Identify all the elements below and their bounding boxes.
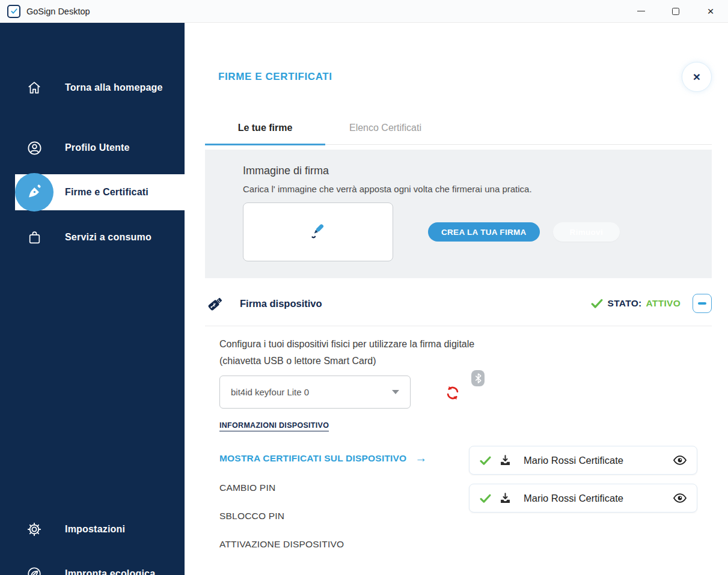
tab-elenco-certificati[interactable]: Elenco Certificati: [325, 108, 445, 144]
gear-icon: [24, 522, 44, 537]
sidebar-item-impostazioni[interactable]: Impostazioni: [0, 511, 185, 547]
minus-icon: [698, 302, 706, 304]
show-certificates-link[interactable]: MOSTRA CERTIFICATI SUL DISPOSITIVO →: [219, 451, 469, 465]
view-certificate-button[interactable]: [673, 453, 687, 467]
close-window-button[interactable]: ×: [693, 0, 728, 22]
certificate-name: Mario Rossi Certificate: [524, 455, 623, 466]
sidebar-item-homepage[interactable]: Torna alla homepage: [0, 70, 185, 106]
valid-check-icon: [479, 492, 492, 505]
device-select-value: bit4id keyfour Lite 0: [231, 387, 309, 397]
shopping-bag-icon: [24, 230, 44, 245]
home-icon: [24, 80, 44, 96]
sidebar-item-impronta-ecologica[interactable]: Impronta ecologica: [0, 556, 185, 575]
signature-panel-description: Carica l' immagine che verrà apposta ogn…: [243, 184, 712, 194]
certificates-list: Mario Rossi Certificate: [469, 446, 697, 550]
sidebar-item-servizi-consumo[interactable]: Servizi a consumo: [0, 219, 185, 255]
download-certificate-icon[interactable]: [499, 492, 512, 505]
maximize-icon: [672, 8, 679, 15]
device-section-title: Firma dispositivo: [240, 298, 322, 309]
refresh-icon: [444, 385, 461, 401]
sidebar-item-label: Profilo Utente: [65, 142, 130, 153]
sidebar-item-label: Firme e Certificati: [65, 187, 148, 198]
pen-icon: [15, 173, 54, 211]
app-logo-check-icon: [7, 5, 20, 18]
tab-bar: Le tue firme Elenco Certificati: [205, 108, 712, 145]
certificate-name: Mario Rossi Certificate: [524, 493, 623, 504]
certificate-card: Mario Rossi Certificate: [469, 446, 697, 475]
status-label: STATO:: [608, 298, 642, 309]
collapse-section-button[interactable]: [693, 294, 712, 313]
sidebar-item-label: Torna alla homepage: [65, 82, 163, 93]
pen-placeholder-icon: [306, 220, 330, 244]
change-pin-link[interactable]: CAMBIO PIN: [219, 482, 469, 493]
main-content: FIRME E CERTIFICATI × Le tue firme Elenc…: [185, 23, 728, 575]
sidebar-item-label: Impronta ecologica: [65, 568, 155, 575]
refresh-devices-button[interactable]: [444, 385, 461, 401]
window-title: GoSign Desktop: [26, 7, 90, 16]
chevron-down-icon: [392, 390, 399, 394]
page-title: FIRME E CERTIFICATI: [218, 71, 332, 83]
minimize-icon: [637, 11, 645, 12]
bluetooth-icon: [471, 370, 485, 386]
unlock-pin-link[interactable]: SBLOCCO PIN: [219, 511, 469, 522]
close-panel-button[interactable]: ×: [682, 62, 712, 92]
sidebar-item-label: Impostazioni: [65, 524, 125, 535]
sidebar-item-label: Servizi a consumo: [65, 232, 151, 243]
download-certificate-icon[interactable]: [499, 454, 512, 467]
sidebar-item-profilo-utente[interactable]: Profilo Utente: [0, 130, 185, 166]
status-check-icon: [590, 297, 604, 310]
device-info-link[interactable]: INFORMAZIONI DISPOSITIVO: [219, 421, 329, 431]
activate-device-link[interactable]: ATTIVAZIONE DISPOSITIVO: [219, 539, 469, 550]
eye-icon: [673, 453, 687, 467]
sidebar-item-firme-certificati[interactable]: Firme e Certificati: [0, 174, 185, 210]
device-signature-header: Firma dispositivo STATO: ATTIVO: [205, 289, 712, 318]
device-config-text: Configura i tuoi dispositivi fisici per …: [219, 336, 487, 370]
signature-image-panel: Immagine di firma Carica l' immagine che…: [205, 150, 712, 278]
signature-panel-heading: Immagine di firma: [243, 165, 712, 177]
arrow-right-icon: →: [415, 451, 427, 465]
leaf-icon: [24, 566, 44, 575]
show-certificates-label: MOSTRA CERTIFICATI SUL DISPOSITIVO: [219, 453, 406, 464]
signature-preview-box[interactable]: [243, 202, 393, 261]
status-value: ATTIVO: [646, 298, 681, 309]
sidebar: Torna alla homepage Profilo Utente Firme…: [0, 23, 185, 575]
remove-signature-button[interactable]: Rimuovi: [553, 222, 620, 242]
window-controls: ×: [623, 0, 728, 22]
close-icon: ×: [693, 70, 700, 84]
section-divider: [205, 326, 712, 326]
device-select[interactable]: bit4id keyfour Lite 0: [219, 376, 411, 409]
user-profile-icon: [24, 140, 44, 156]
minimize-button[interactable]: [623, 0, 658, 22]
titlebar: GoSign Desktop ×: [0, 0, 728, 23]
eye-icon: [673, 491, 687, 505]
tab-le-tue-firme[interactable]: Le tue firme: [205, 108, 325, 144]
certificate-card: Mario Rossi Certificate: [469, 484, 697, 513]
view-certificate-button[interactable]: [673, 491, 687, 505]
close-icon: ×: [707, 5, 714, 17]
usb-device-icon: [205, 293, 227, 314]
create-signature-button[interactable]: CREA LA TUA FIRMA: [428, 222, 540, 242]
maximize-button[interactable]: [658, 0, 693, 22]
valid-check-icon: [479, 454, 492, 467]
